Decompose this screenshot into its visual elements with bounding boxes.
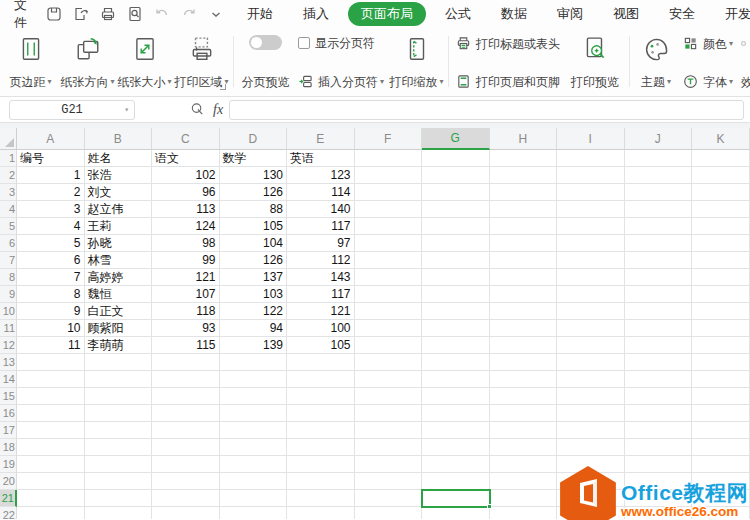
cell-G5[interactable] (422, 218, 490, 235)
cell-J4[interactable] (625, 201, 693, 218)
cell-C10[interactable]: 118 (152, 303, 220, 320)
tab-home[interactable]: 开始 (236, 2, 284, 26)
cell-H8[interactable] (490, 269, 558, 286)
print-icon[interactable] (100, 6, 116, 22)
cell-I13[interactable] (557, 354, 625, 371)
cell-F10[interactable] (355, 303, 423, 320)
cell-C1[interactable]: 语文 (152, 150, 220, 167)
cell-B13[interactable] (85, 354, 153, 371)
cell-A18[interactable] (17, 439, 85, 456)
cell-K17[interactable] (692, 422, 750, 439)
cell-B2[interactable]: 张浩 (85, 167, 153, 184)
row-header-13[interactable]: 13 (0, 354, 17, 371)
cell-E1[interactable]: 英语 (287, 150, 355, 167)
cell-I16[interactable] (557, 405, 625, 422)
cell-A2[interactable]: 1 (17, 167, 85, 184)
column-header-J[interactable]: J (625, 128, 693, 150)
cell-G10[interactable] (422, 303, 490, 320)
row-header-18[interactable]: 18 (0, 439, 17, 456)
cell-H22[interactable] (490, 507, 558, 519)
cell-K5[interactable] (692, 218, 750, 235)
cell-D11[interactable]: 94 (220, 320, 288, 337)
cell-H16[interactable] (490, 405, 558, 422)
column-header-K[interactable]: K (692, 128, 750, 150)
cell-J5[interactable] (625, 218, 693, 235)
cell-F22[interactable] (355, 507, 423, 519)
cell-F7[interactable] (355, 252, 423, 269)
cell-B8[interactable]: 高婷婷 (85, 269, 153, 286)
cell-B5[interactable]: 王莉 (85, 218, 153, 235)
cell-B12[interactable]: 李萌萌 (85, 337, 153, 354)
cell-E4[interactable]: 140 (287, 201, 355, 218)
cell-K8[interactable] (692, 269, 750, 286)
cell-H1[interactable] (490, 150, 558, 167)
tab-formulas[interactable]: 公式 (434, 2, 482, 26)
cell-K4[interactable] (692, 201, 750, 218)
tab-review[interactable]: 审阅 (546, 2, 594, 26)
cell-J3[interactable] (625, 184, 693, 201)
cell-D19[interactable] (220, 456, 288, 473)
cell-D16[interactable] (220, 405, 288, 422)
cell-B21[interactable] (85, 490, 153, 507)
row-header-12[interactable]: 12 (0, 337, 17, 354)
cell-F8[interactable] (355, 269, 423, 286)
cell-C13[interactable] (152, 354, 220, 371)
cell-H17[interactable] (490, 422, 558, 439)
cell-C7[interactable]: 99 (152, 252, 220, 269)
zoom-search-icon[interactable] (190, 102, 205, 117)
cell-C17[interactable] (152, 422, 220, 439)
row-header-8[interactable]: 8 (0, 269, 17, 286)
cell-A19[interactable] (17, 456, 85, 473)
cell-F6[interactable] (355, 235, 423, 252)
cell-A16[interactable] (17, 405, 85, 422)
cell-I9[interactable] (557, 286, 625, 303)
cell-F18[interactable] (355, 439, 423, 456)
cell-E9[interactable]: 117 (287, 286, 355, 303)
cell-J10[interactable] (625, 303, 693, 320)
print-preview-button[interactable]: 打印预览 (564, 31, 626, 92)
cell-C15[interactable] (152, 388, 220, 405)
cell-I10[interactable] (557, 303, 625, 320)
cell-B10[interactable]: 白正文 (85, 303, 153, 320)
cell-H19[interactable] (490, 456, 558, 473)
cell-H15[interactable] (490, 388, 558, 405)
cell-F15[interactable] (355, 388, 423, 405)
name-box[interactable]: G21 ▾ (9, 100, 135, 120)
cell-F21[interactable] (355, 490, 423, 507)
cell-B9[interactable]: 魏恒 (85, 286, 153, 303)
cell-A21[interactable] (17, 490, 85, 507)
print-header-footer-button[interactable]: 打印页眉和页脚 (456, 74, 560, 89)
cell-E20[interactable] (287, 473, 355, 490)
cell-E22[interactable] (287, 507, 355, 519)
cell-I5[interactable] (557, 218, 625, 235)
cell-B1[interactable]: 姓名 (85, 150, 153, 167)
cell-D20[interactable] (220, 473, 288, 490)
theme-button[interactable]: 主题 (633, 31, 679, 92)
row-header-7[interactable]: 7 (0, 252, 17, 269)
cell-G4[interactable] (422, 201, 490, 218)
row-header-20[interactable]: 20 (0, 473, 17, 490)
row-header-16[interactable]: 16 (0, 405, 17, 422)
cell-F2[interactable] (355, 167, 423, 184)
cell-H20[interactable] (490, 473, 558, 490)
cell-J18[interactable] (625, 439, 693, 456)
cell-I17[interactable] (557, 422, 625, 439)
cell-D18[interactable] (220, 439, 288, 456)
cell-A5[interactable]: 4 (17, 218, 85, 235)
cell-E17[interactable] (287, 422, 355, 439)
column-header-H[interactable]: H (490, 128, 558, 150)
row-header-17[interactable]: 17 (0, 422, 17, 439)
cell-K9[interactable] (692, 286, 750, 303)
cell-C9[interactable]: 107 (152, 286, 220, 303)
cell-D10[interactable]: 122 (220, 303, 288, 320)
cell-B3[interactable]: 刘文 (85, 184, 153, 201)
cell-D9[interactable]: 103 (220, 286, 288, 303)
cell-E16[interactable] (287, 405, 355, 422)
cell-H6[interactable] (490, 235, 558, 252)
cell-E19[interactable] (287, 456, 355, 473)
cell-A12[interactable]: 11 (17, 337, 85, 354)
cell-K15[interactable] (692, 388, 750, 405)
row-header-15[interactable]: 15 (0, 388, 17, 405)
cell-C18[interactable] (152, 439, 220, 456)
cell-H10[interactable] (490, 303, 558, 320)
